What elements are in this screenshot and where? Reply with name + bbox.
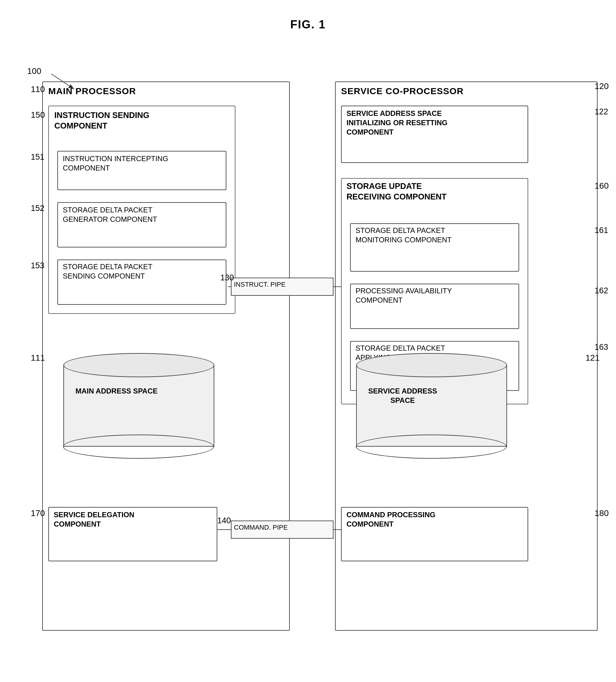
serv-cylinder-bottom (356, 435, 507, 459)
label-152: 152 (31, 204, 44, 213)
service-addr-space-label: SERVICE ADDRESS SPACE (368, 386, 437, 405)
label-150: 150 (31, 110, 45, 120)
instruct-pipe-label: INSTRUCT. PIPE (234, 281, 286, 289)
instruction-intercepting-label: INSTRUCTION INTERCEPTING COMPONENT (63, 154, 168, 173)
service-addr-init-label: SERVICE ADDRESS SPACE INITIALIZING OR RE… (346, 109, 448, 137)
figure-title: FIG. 1 (0, 0, 616, 31)
serv-cylinder-top (356, 353, 507, 377)
label-110: 110 (31, 85, 45, 94)
label-100: 100 (27, 66, 41, 76)
label-153: 153 (31, 261, 44, 270)
label-160: 160 (595, 181, 609, 191)
command-pipe-label: COMMAND. PIPE (234, 524, 288, 531)
storage-update-receiving-label: STORAGE UPDATE RECEIVING COMPONENT (346, 181, 447, 202)
storage-delta-sending-label: STORAGE DELTA PACKET SENDING COMPONENT (63, 262, 153, 281)
storage-delta-generator-label: STORAGE DELTA PACKET GENERATOR COMPONENT (63, 205, 157, 224)
label-151: 151 (31, 152, 44, 162)
label-180: 180 (595, 508, 609, 518)
cylinder-top-ellipse (63, 353, 214, 377)
processing-availability-label: PROCESSING AVAILABILITY COMPONENT (356, 286, 452, 305)
label-170: 170 (31, 508, 45, 518)
service-coprocessor-label: SERVICE CO-PROCESSOR (341, 86, 463, 96)
storage-delta-monitoring-label: STORAGE DELTA PACKET MONITORING COMPONEN… (356, 226, 452, 245)
service-addr-cylinder (356, 353, 507, 459)
label-122: 122 (595, 107, 608, 116)
label-121: 121 (586, 353, 600, 363)
service-delegation-label: SERVICE DELEGATION COMPONENT (54, 510, 134, 529)
label-111: 111 (31, 353, 45, 363)
main-addr-cylinder (63, 353, 214, 459)
command-processing-label: COMMAND PROCESSING COMPONENT (346, 510, 435, 529)
label-162: 162 (595, 286, 608, 295)
label-140: 140 (217, 516, 231, 525)
label-161: 161 (595, 226, 608, 235)
label-130: 130 (220, 273, 234, 282)
cylinder-bottom-arc (63, 435, 214, 459)
main-processor-label: MAIN PROCESSOR (48, 86, 136, 96)
instruction-sending-label: INSTRUCTION SENDING COMPONENT (54, 110, 150, 131)
main-addr-space-label: MAIN ADDRESS SPACE (75, 386, 158, 395)
label-163: 163 (595, 342, 608, 352)
label-120: 120 (595, 82, 609, 91)
